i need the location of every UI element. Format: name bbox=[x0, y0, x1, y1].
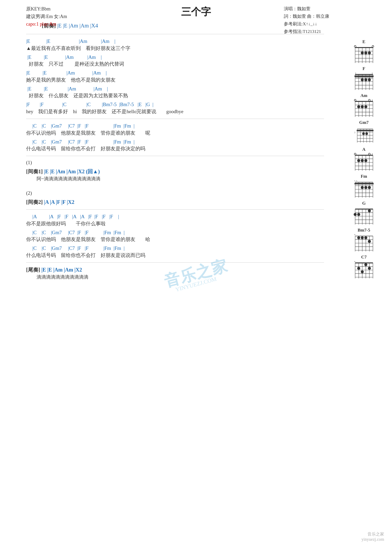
chord-Am: Am x bbox=[343, 93, 385, 117]
header: 原KEY:Bbm 建议男调:Em 女:Am capo:1 play:Am 三个字… bbox=[10, 5, 382, 20]
svg-point-142 bbox=[357, 267, 360, 270]
chord-Bm7-5-label: Bm7-5 bbox=[358, 228, 370, 233]
chord-Am-grid: x bbox=[354, 99, 374, 117]
svg-point-125 bbox=[357, 236, 360, 239]
chorus1a-lyric: 你不认识他吗 他朋友是我朋友 管你是谁的朋友 呢 bbox=[26, 130, 324, 136]
svg-point-64 bbox=[362, 133, 365, 135]
svg-text:x: x bbox=[372, 153, 373, 155]
fingering-pattern: 参考指法:T1213121 bbox=[284, 28, 329, 36]
svg-point-78 bbox=[354, 153, 356, 155]
capo: capo:1 play:Am bbox=[26, 20, 67, 28]
chord-A: A x bbox=[343, 147, 385, 171]
verse1-lyric: ▲最近我有点不喜欢听到 看到好朋友这三个字 bbox=[26, 45, 324, 52]
svg-point-128 bbox=[368, 240, 371, 243]
chord-Gm7-grid: 3 bbox=[354, 126, 374, 144]
chord-Am-label: Am bbox=[360, 93, 367, 98]
svg-point-111 bbox=[357, 213, 360, 216]
svg-point-46 bbox=[354, 99, 356, 101]
chord-G: G bbox=[343, 201, 385, 224]
chord-F-label: F bbox=[362, 66, 365, 71]
verse1b-chords: |E |E |Am |Am | bbox=[26, 54, 324, 61]
suggest-key: 建议男调:Em 女:Am bbox=[26, 13, 67, 20]
chord-F: F bbox=[343, 66, 385, 90]
lyricist: 詞：魏如萱 曲：韩立康 bbox=[284, 13, 329, 20]
verse2a-lyric: 你不是跟他很好吗 干你什么事啦 bbox=[26, 220, 324, 227]
verse2b-lyric: 你不认识他吗 他朋友是我朋友 管你是谁的朋友 哈 bbox=[26, 236, 324, 243]
svg-point-110 bbox=[368, 209, 371, 212]
chord-Fm-label: Fm bbox=[361, 174, 367, 179]
chorus1a-chords: |C |C |Gm7 |C7 |F |F |Fm |Fm | bbox=[26, 123, 324, 130]
svg-point-49 bbox=[361, 105, 364, 108]
chord-E-label: E bbox=[362, 39, 365, 44]
chord-Fm: Fm x x bbox=[343, 174, 385, 198]
singer: 演唱：魏如萱 bbox=[284, 5, 329, 13]
chord-F-grid: x x bbox=[354, 72, 374, 90]
chord-C7-label: C7 bbox=[361, 255, 367, 260]
chord-C7-grid: x bbox=[354, 261, 374, 278]
page: 音乐之家 YINYUEZJ.COM 原KEY:Bbm 建议男调:Em 女:Am … bbox=[0, 0, 392, 547]
chorus1b-chords: |C |C |Gm7 |C7 |F |F |Fm |Fm | bbox=[26, 139, 324, 146]
svg-point-65 bbox=[365, 133, 368, 135]
svg-point-31 bbox=[368, 78, 371, 81]
svg-text:x x: x x bbox=[354, 180, 357, 182]
svg-point-144 bbox=[361, 270, 364, 273]
verse2c-chords: |C |C |Gm7 |C7 |F |F |Fm |Fm | bbox=[26, 245, 324, 252]
verse1c-lyric: 她不是我的男朋友 他也不是我的女朋友 bbox=[26, 77, 324, 83]
svg-text:x: x bbox=[354, 234, 355, 236]
chord-diagrams: E bbox=[341, 39, 387, 278]
svg-point-11 bbox=[354, 45, 356, 47]
interlude2-label: (2) bbox=[26, 190, 324, 196]
svg-point-112 bbox=[354, 213, 356, 216]
chorus1b-lyric: 什么电话号码 留给你也不会打 好朋友是你决定的吗 bbox=[26, 145, 324, 152]
verse1d-chords: |E |E |Am |Am | bbox=[26, 85, 324, 93]
svg-point-81 bbox=[361, 159, 364, 162]
chord-Bm7-5: Bm7-5 x bbox=[343, 228, 385, 251]
verse1e-chords: |F |F |C |C |Bm7-5 |Bm7-5 |E |G | bbox=[26, 101, 324, 108]
svg-point-127 bbox=[364, 236, 367, 239]
svg-text:x: x bbox=[372, 99, 373, 101]
chord-Gm7-label: Gm7 bbox=[359, 120, 369, 125]
content-area: [前奏] |E |E |Am |Am |X4 |E |E |Am |Am | ▲… bbox=[26, 22, 324, 280]
chord-G-label: G bbox=[362, 201, 366, 206]
svg-point-14 bbox=[364, 51, 367, 54]
interlude1-lyric: 阿~滴滴滴滴滴滴滴滴滴滴滴滴 bbox=[37, 176, 324, 182]
svg-point-79 bbox=[368, 153, 370, 155]
interlude1: [间奏1] |E |E |Am |Am |X2 (回▲) bbox=[26, 168, 324, 175]
svg-point-96 bbox=[361, 186, 364, 189]
footer-logo: 音乐之家 yinyuezj.com bbox=[361, 532, 384, 542]
strum-pattern: 参考刷法:X↑↓_↓↓ bbox=[284, 20, 329, 28]
page-title: 三个字 bbox=[181, 5, 211, 20]
svg-text:3: 3 bbox=[354, 131, 355, 134]
svg-point-15 bbox=[368, 51, 371, 54]
svg-text:x: x bbox=[354, 261, 355, 263]
verse1-chords: |E |E |Am |Am | bbox=[26, 38, 324, 45]
footer-url: yinyuezj.com bbox=[361, 537, 384, 542]
svg-point-48 bbox=[357, 105, 360, 108]
verse1b-lyric: 好朋友 只不过 是种还没太熟的代替词 bbox=[26, 61, 324, 67]
verse1d-lyric: 好朋友 什么朋友 还是因为太过熟要装不熟 bbox=[26, 92, 324, 99]
svg-text:x: x bbox=[355, 72, 356, 74]
verse1c-chords: |E |E |Am |Am | bbox=[26, 70, 324, 77]
verse2b-chords: |C |C |Gm7 |C7 |F |F |Fm |Fm | bbox=[26, 229, 324, 236]
svg-text:x: x bbox=[372, 72, 373, 74]
outro-lyric: 滴滴滴滴滴滴滴滴滴滴滴 bbox=[37, 274, 324, 280]
chord-Fm-grid: x x bbox=[354, 180, 374, 198]
chord-G-grid bbox=[354, 207, 374, 224]
chord-E: E bbox=[343, 39, 385, 63]
chord-E-grid bbox=[354, 45, 374, 63]
svg-point-47 bbox=[368, 99, 370, 101]
svg-point-30 bbox=[364, 78, 367, 81]
header-left: 原KEY:Bbm 建议男调:Em 女:Am capo:1 play:Am bbox=[26, 5, 67, 28]
footer-text: 音乐之家 bbox=[361, 532, 384, 537]
outro: [尾奏] |E |E |Am |Am |X2 bbox=[26, 266, 324, 273]
svg-point-141 bbox=[364, 263, 367, 266]
svg-point-143 bbox=[368, 267, 371, 270]
original-key: 原KEY:Bbm bbox=[26, 5, 67, 13]
svg-point-126 bbox=[361, 236, 364, 239]
verse1e-lyric: hey 我们是有多好 hi 我的好朋友 还不是hello完就要说 goodbye bbox=[26, 108, 324, 115]
svg-point-98 bbox=[368, 186, 371, 189]
chord-A-label: A bbox=[362, 147, 365, 152]
svg-point-97 bbox=[364, 186, 367, 189]
svg-point-50 bbox=[364, 105, 367, 108]
svg-point-82 bbox=[364, 159, 367, 162]
